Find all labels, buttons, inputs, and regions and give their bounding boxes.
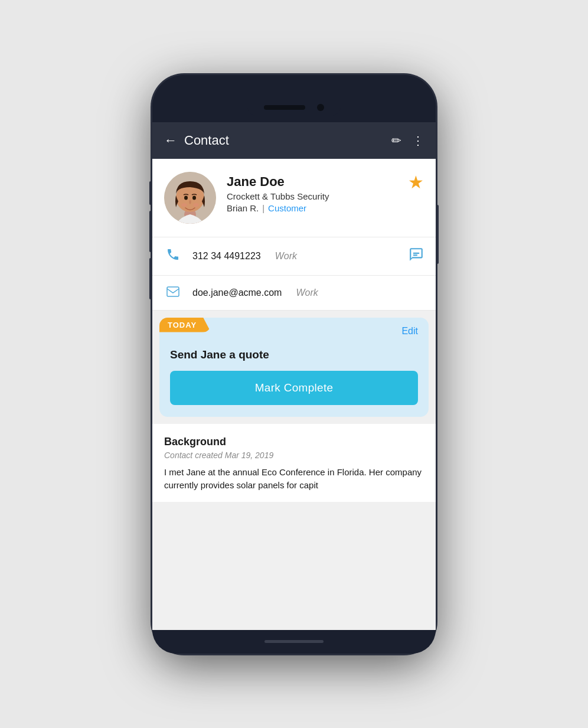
background-title: Background <box>164 436 424 448</box>
speaker-grille <box>264 105 305 110</box>
phone-icon <box>164 247 182 265</box>
background-text: I met Jane at the annual Eco Conference … <box>164 466 424 492</box>
phone-device: ← Contact ✏ ⋮ <box>152 75 436 654</box>
svg-point-4 <box>184 195 188 200</box>
background-date: Contact created Mar 19, 2019 <box>164 450 424 460</box>
volume-down-button[interactable] <box>149 258 152 299</box>
notch <box>247 99 341 116</box>
favorite-star-icon[interactable]: ★ <box>408 172 424 192</box>
contact-info: Jane Doe Crockett & Tubbs Security Brian… <box>227 172 424 213</box>
background-section: Background Contact created Mar 19, 2019 … <box>152 424 436 502</box>
email-label: Work <box>296 288 318 298</box>
meta-separator: | <box>262 203 264 213</box>
svg-point-7 <box>193 203 199 207</box>
svg-rect-10 <box>167 287 179 296</box>
svg-point-6 <box>181 203 187 207</box>
app-bar-left: ← Contact <box>164 133 229 148</box>
contact-card: Jane Doe Crockett & Tubbs Security Brian… <box>152 159 436 237</box>
edit-button[interactable]: ✏ <box>391 133 401 148</box>
email-detail-left: doe.jane@acme.com Work <box>164 285 318 301</box>
phone-bottom <box>152 630 436 654</box>
contact-tag[interactable]: Customer <box>268 203 306 213</box>
email-icon <box>164 285 182 301</box>
contact-company: Crockett & Tubbs Security <box>227 191 424 201</box>
home-indicator <box>264 640 324 643</box>
svg-rect-8 <box>413 252 420 253</box>
phone-detail-left: 312 34 4491223 Work <box>164 247 297 265</box>
volume-mute-button[interactable] <box>149 181 152 205</box>
svg-point-5 <box>192 195 196 200</box>
contact-meta: Brian R. | Customer <box>227 203 424 213</box>
mark-complete-button[interactable]: Mark Complete <box>170 371 418 405</box>
task-title: Send Jane a quote <box>170 348 418 361</box>
phone-screen: ← Contact ✏ ⋮ <box>152 122 436 630</box>
volume-up-button[interactable] <box>149 211 152 252</box>
contact-name: Jane Doe <box>227 174 424 190</box>
divider-3 <box>152 310 436 311</box>
more-options-button[interactable]: ⋮ <box>412 133 424 148</box>
svg-rect-9 <box>413 254 418 256</box>
sms-icon[interactable] <box>409 247 424 266</box>
phone-top-bar <box>152 75 436 122</box>
phone-label: Work <box>275 251 297 262</box>
today-card: TODAY Edit Send Jane a quote Mark Comple… <box>159 318 429 417</box>
phone-number: 312 34 4491223 <box>192 251 261 262</box>
front-camera <box>317 104 324 111</box>
edit-task-button[interactable]: Edit <box>401 326 418 337</box>
contact-header: Jane Doe Crockett & Tubbs Security Brian… <box>164 172 424 224</box>
app-bar-right: ✏ ⋮ <box>391 133 424 148</box>
email-address: doe.jane@acme.com <box>192 288 282 298</box>
back-button[interactable]: ← <box>164 133 177 148</box>
power-button[interactable] <box>436 205 439 264</box>
avatar <box>164 172 216 224</box>
app-bar: ← Contact ✏ ⋮ <box>152 122 436 159</box>
phone-row[interactable]: 312 34 4491223 Work <box>152 237 436 275</box>
today-badge: TODAY <box>159 318 211 332</box>
contact-assignee: Brian R. <box>227 203 259 213</box>
email-row[interactable]: doe.jane@acme.com Work <box>152 276 436 310</box>
app-bar-title: Contact <box>184 133 229 148</box>
content-area: Jane Doe Crockett & Tubbs Security Brian… <box>152 159 436 630</box>
